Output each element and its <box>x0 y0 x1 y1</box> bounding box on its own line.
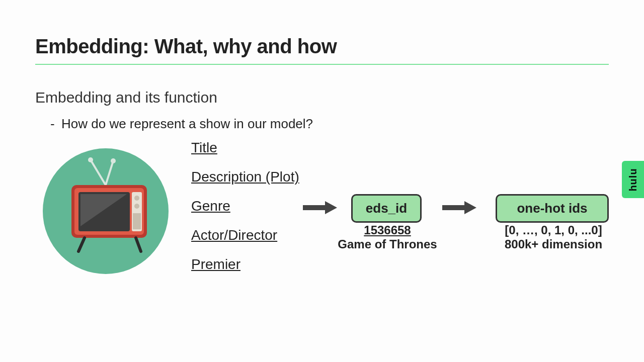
onehot-caption: [0, …, 0, 1, 0, ...0] 800k+ dimension <box>488 223 619 251</box>
svg-marker-16 <box>325 201 337 214</box>
attr-genre: Genre <box>191 199 299 213</box>
svg-point-11 <box>134 204 139 209</box>
brand-text: hulu <box>627 168 639 191</box>
diagram: Title Description (Plot) Genre Actor/Dir… <box>35 146 609 307</box>
svg-rect-12 <box>133 213 141 229</box>
attr-premier: Premier <box>191 257 299 272</box>
slide: Embedding: What, why and how Embedding a… <box>0 0 644 362</box>
onehot-label: one-hot ids <box>517 201 587 216</box>
svg-point-10 <box>134 196 139 201</box>
onehot-box: one-hot ids <box>496 194 609 223</box>
eds-id-value: 1536658 <box>322 223 453 237</box>
title-rule <box>35 64 609 65</box>
onehot-dimension: 800k+ dimension <box>505 237 602 251</box>
svg-point-4 <box>111 158 116 163</box>
tv-icon <box>40 146 171 277</box>
onehot-vector: [0, …, 0, 1, 0, ...0] <box>488 223 619 237</box>
attribute-list: Title Description (Plot) Genre Actor/Dir… <box>191 141 299 287</box>
eds-id-name: Game of Thrones <box>338 237 437 251</box>
arrow-icon <box>441 200 476 215</box>
arrow-icon <box>302 200 337 215</box>
eds-id-caption: 1536658 Game of Thrones <box>322 223 453 251</box>
attr-actor: Actor/Director <box>191 228 299 242</box>
attr-description: Description (Plot) <box>191 170 299 184</box>
bullet-list: -How do we represent a show in our model… <box>35 116 609 132</box>
eds-id-label: eds_id <box>366 201 407 216</box>
subheading: Embedding and its function <box>35 89 609 106</box>
bullet-text: How do we represent a show in our model? <box>61 116 313 131</box>
svg-marker-18 <box>464 201 476 214</box>
attr-title: Title <box>191 141 299 155</box>
brand-tab: hulu <box>622 161 644 198</box>
slide-title: Embedding: What, why and how <box>35 35 609 58</box>
eds-id-box: eds_id <box>351 194 422 223</box>
svg-point-3 <box>88 157 93 162</box>
